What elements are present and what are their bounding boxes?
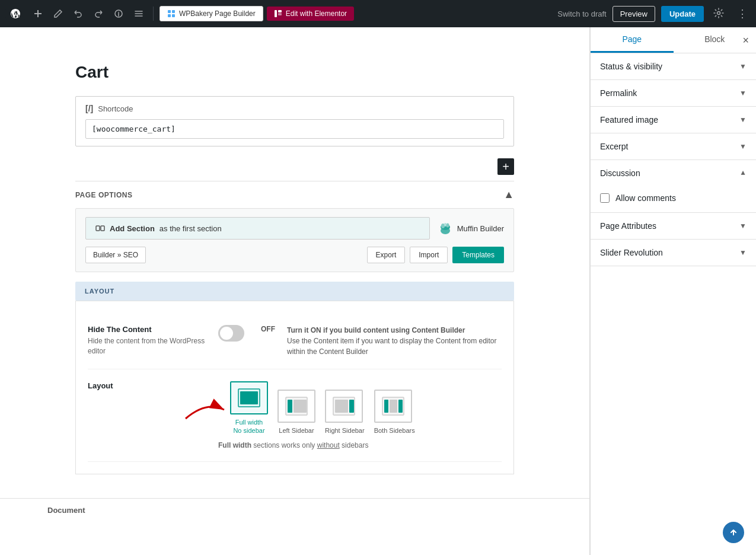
svg-rect-20 bbox=[288, 400, 292, 413]
sidebar-section-page-attributes: Page Attributes ▼ bbox=[591, 213, 756, 240]
import-button[interactable]: Import bbox=[410, 247, 448, 263]
full-width-label: Full widthNo sidebar bbox=[230, 418, 268, 435]
list-view-button[interactable] bbox=[130, 5, 147, 22]
svg-rect-18 bbox=[240, 391, 258, 404]
svg-rect-26 bbox=[384, 400, 388, 413]
layout-option-full-width[interactable]: Full widthNo sidebar bbox=[230, 381, 268, 435]
shortcode-label: Shortcode bbox=[98, 104, 133, 113]
wordpress-logo bbox=[5, 3, 26, 24]
discussion-content: Allow comments bbox=[591, 186, 756, 212]
redo-button[interactable] bbox=[90, 5, 107, 22]
toggle-description: Turn it ON if you build content using Co… bbox=[287, 325, 502, 357]
right-sidebar-layout-svg bbox=[332, 396, 356, 416]
sidebar-section-permalink: Permalink ▼ bbox=[591, 80, 756, 107]
svg-rect-23 bbox=[335, 400, 348, 413]
tab-page[interactable]: Page bbox=[591, 27, 674, 53]
sidebar-section-featured-image: Featured image ▼ bbox=[591, 107, 756, 133]
right-sidebar-label: Right Sidebar bbox=[325, 426, 365, 435]
add-block-button[interactable]: + bbox=[497, 158, 514, 175]
builder-actions: Builder » SEO Export Import Templates bbox=[85, 247, 504, 263]
layout-option-right-sidebar[interactable]: Right Sidebar bbox=[325, 390, 365, 435]
svg-point-8 bbox=[717, 11, 720, 14]
layout-options: Full widthNo sidebar bbox=[230, 381, 415, 435]
layout-section: LAYOUT bbox=[75, 282, 514, 301]
svg-rect-27 bbox=[390, 400, 397, 413]
excerpt-header[interactable]: Excerpt ▼ bbox=[591, 133, 756, 160]
discussion-chevron: ▼ bbox=[739, 169, 747, 177]
featured-image-label: Featured image bbox=[600, 115, 658, 125]
shortcode-input[interactable] bbox=[85, 119, 504, 139]
layout-note-underline: without bbox=[317, 441, 340, 449]
page-attributes-header[interactable]: Page Attributes ▼ bbox=[591, 213, 756, 239]
permalink-header[interactable]: Permalink ▼ bbox=[591, 80, 756, 106]
add-block-area: + bbox=[75, 158, 514, 175]
topbar: WPBakery Page Builder Edit with Elemento… bbox=[0, 0, 756, 27]
preview-button[interactable]: Preview bbox=[613, 6, 655, 22]
switch-to-draft-button[interactable]: Switch to draft bbox=[557, 9, 606, 18]
discussion-label: Discussion bbox=[600, 168, 640, 178]
sidebar-section-slider-revolution: Slider Revolution ▼ bbox=[591, 240, 756, 266]
divider bbox=[153, 7, 154, 21]
add-new-button[interactable] bbox=[30, 5, 46, 22]
slider-revolution-header[interactable]: Slider Revolution ▼ bbox=[591, 240, 756, 266]
undo-button[interactable] bbox=[70, 5, 87, 22]
add-section-button[interactable]: Add Section as the first section bbox=[85, 217, 430, 240]
muffin-builder-button[interactable]: Muffin Builder bbox=[437, 220, 504, 237]
page-options-section[interactable]: Page Options ▲ bbox=[75, 181, 514, 208]
layout-label: Layout bbox=[88, 381, 218, 393]
wpbakery-button[interactable]: WPBakery Page Builder bbox=[160, 6, 263, 21]
templates-button[interactable]: Templates bbox=[452, 247, 504, 263]
page-attributes-label: Page Attributes bbox=[600, 221, 656, 231]
discussion-header[interactable]: Discussion ▼ bbox=[591, 160, 756, 186]
status-visibility-chevron: ▼ bbox=[739, 62, 747, 71]
status-visibility-header[interactable]: Status & visibility ▼ bbox=[591, 53, 756, 79]
wp-logo-icon bbox=[9, 8, 21, 20]
settings-button[interactable] bbox=[710, 4, 728, 24]
layout-note-end: sidebars bbox=[340, 441, 369, 449]
both-sidebars-label: Both Sidebars bbox=[374, 426, 415, 435]
svg-point-14 bbox=[446, 224, 449, 228]
svg-point-15 bbox=[444, 223, 446, 227]
muffin-icon bbox=[437, 220, 454, 237]
layout-options-area: Layout bbox=[88, 381, 415, 435]
muffin-label: Muffin Builder bbox=[457, 224, 504, 233]
add-section-row: Add Section as the first section Muffin … bbox=[85, 217, 504, 240]
hide-content-control: OFF Turn it ON if you build content usin… bbox=[218, 325, 502, 357]
svg-rect-4 bbox=[172, 14, 175, 17]
sidebar-tabs: Page Block bbox=[591, 27, 756, 53]
allow-comments-checkbox[interactable] bbox=[600, 193, 610, 203]
left-sidebar-label: Left Sidebar bbox=[277, 426, 315, 435]
left-sidebar-layout-svg bbox=[285, 396, 308, 416]
layout-options-row: Layout bbox=[88, 369, 502, 462]
permalink-label: Permalink bbox=[600, 88, 637, 98]
allow-comments-row: Allow comments bbox=[600, 193, 747, 203]
edit-button[interactable] bbox=[50, 5, 66, 22]
scroll-up-button[interactable] bbox=[723, 522, 744, 543]
slider-revolution-label: Slider Revolution bbox=[600, 248, 663, 257]
info-button[interactable] bbox=[110, 5, 127, 22]
sidebar: Page Block × Status & visibility ▼ Perma… bbox=[590, 27, 756, 555]
featured-image-header[interactable]: Featured image ▼ bbox=[591, 107, 756, 133]
svg-rect-24 bbox=[349, 400, 354, 413]
layout-note: Full width sections works only without s… bbox=[218, 441, 368, 449]
arrow-up-icon bbox=[729, 528, 738, 537]
svg-rect-21 bbox=[294, 400, 307, 413]
layout-option-both-sidebars[interactable]: Both Sidebars bbox=[374, 390, 415, 435]
toggle-desc-bold: Turn it ON if you build content using Co… bbox=[287, 326, 465, 334]
layout-note-regular: sections works only bbox=[251, 441, 317, 449]
update-button[interactable]: Update bbox=[661, 6, 704, 22]
hide-content-toggle[interactable] bbox=[218, 325, 244, 342]
page-options-collapse[interactable]: ▲ bbox=[503, 189, 514, 201]
more-options-button[interactable]: ⋮ bbox=[733, 4, 751, 24]
document-label: Document bbox=[47, 506, 85, 515]
sidebar-close-button[interactable]: × bbox=[742, 34, 749, 47]
layout-header: LAYOUT bbox=[75, 282, 514, 301]
page-attributes-chevron: ▼ bbox=[739, 222, 747, 230]
svg-rect-6 bbox=[278, 10, 282, 12]
layout-title: Layout bbox=[88, 381, 218, 390]
layout-option-left-sidebar[interactable]: Left Sidebar bbox=[277, 390, 315, 435]
export-button[interactable]: Export bbox=[367, 247, 406, 263]
builder-seo-button[interactable]: Builder » SEO bbox=[85, 247, 146, 263]
shortcode-block: [/] Shortcode bbox=[75, 96, 514, 146]
elementor-button[interactable]: Edit with Elementor bbox=[267, 7, 354, 21]
